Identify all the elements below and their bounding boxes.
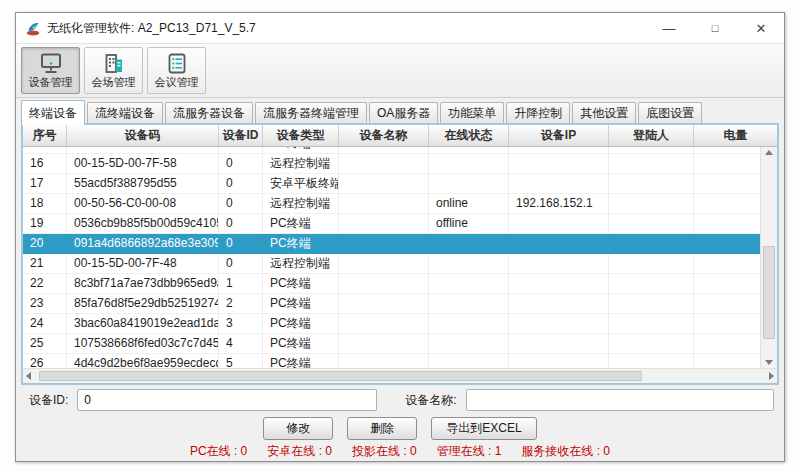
- scroll-down-icon[interactable]: [765, 360, 773, 365]
- tab-oa-server[interactable]: OA服务器: [369, 102, 438, 123]
- scroll-left-icon[interactable]: [26, 372, 31, 380]
- table-row[interactable]: 2385fa76d8f5e29db52519274431...2PC终端: [23, 294, 760, 314]
- cell-name: [339, 147, 429, 153]
- device-id-input[interactable]: [77, 389, 377, 411]
- table-row[interactable]: 1600-15-5D-00-7F-580远程控制端: [23, 154, 760, 174]
- cell-ip: [509, 154, 609, 173]
- column-header-6[interactable]: 设备IP: [509, 125, 609, 146]
- tab-terminal-device[interactable]: 终端设备: [21, 100, 85, 125]
- table-row[interactable]: 1755acd5f388795d550安卓平板终端: [23, 174, 760, 194]
- toolbar-button-device-management[interactable]: 设备管理: [21, 47, 80, 94]
- cell-id: 0: [219, 194, 263, 213]
- cell-battery: [694, 147, 760, 153]
- maximize-button[interactable]: □: [692, 13, 738, 43]
- cell-status: [429, 274, 509, 293]
- table-row[interactable]: 264d4c9d2be6f8ae959ecdecd6c0...5PC终端: [23, 354, 760, 368]
- tab-basemap-settings[interactable]: 底图设置: [638, 102, 702, 123]
- cell-user: [609, 314, 694, 333]
- cell-ip: [509, 294, 609, 313]
- action-buttons: 修改删除导出到EXCEL: [16, 415, 784, 441]
- column-header-1[interactable]: 设备码: [67, 125, 219, 146]
- cell-type: PC终端: [263, 354, 339, 368]
- toolbar-button-label: 设备管理: [29, 76, 73, 88]
- cell-user: [609, 154, 694, 173]
- cell-name: [339, 314, 429, 333]
- cell-battery: [694, 254, 760, 273]
- tab-stream-terminal-device[interactable]: 流终端设备: [87, 102, 163, 123]
- cell-code: 4d4c9d2be6f8ae959ecdecd6c0...: [67, 354, 219, 368]
- toolbar: 设备管理会场管理会议管理: [16, 43, 784, 98]
- cell-id: 1: [219, 274, 263, 293]
- cell-name: [339, 334, 429, 353]
- table-row[interactable]: 20091a4d6866892a68e3e3090885...0PC终端: [23, 234, 760, 254]
- tab-stream-server-terminal[interactable]: 流服务器终端管理: [255, 102, 367, 123]
- vertical-scrollbar-thumb[interactable]: [763, 246, 775, 339]
- cell-battery: [694, 234, 760, 253]
- table-row[interactable]: 190536cb9b85f5b00d59c410549a...0PC终端offl…: [23, 214, 760, 234]
- column-header-5[interactable]: 在线状态: [429, 125, 509, 146]
- device-id-label: 设备ID:: [29, 392, 68, 409]
- cell-type: 远程控制端: [263, 194, 339, 213]
- device-name-input[interactable]: [466, 389, 774, 411]
- tab-lift-control[interactable]: 升降控制: [506, 102, 570, 123]
- close-button[interactable]: ✕: [738, 13, 784, 43]
- scroll-right-icon[interactable]: [769, 372, 774, 380]
- cell-name: [339, 174, 429, 193]
- delete-button[interactable]: 删除: [347, 417, 417, 440]
- cell-type: PC终端: [263, 334, 339, 353]
- toolbar-button-meeting-management[interactable]: 会议管理: [147, 47, 206, 94]
- cell-id: 0: [219, 154, 263, 173]
- toolbar-button-venue-management[interactable]: 会场管理: [84, 47, 143, 94]
- status-pc-online: PC在线 : 0: [190, 443, 247, 460]
- tab-other-settings[interactable]: 其他设置: [572, 102, 636, 123]
- cell-status: [429, 234, 509, 253]
- cell-ip: [509, 214, 609, 233]
- table-row[interactable]: 2100-15-5D-00-7F-480远程控制端: [23, 254, 760, 274]
- cell-code: 00-50-56-C0-00-08: [67, 194, 219, 213]
- horizontal-scrollbar[interactable]: [23, 368, 777, 383]
- column-header-2[interactable]: 设备ID: [219, 125, 263, 146]
- table-row[interactable]: 156a76cab584757929704dd03c40...0PC终端: [23, 147, 760, 154]
- tab-stream-server-device[interactable]: 流服务器设备: [165, 102, 253, 123]
- window-title: 无纸化管理软件: A2_PC13_D71_V_5.7: [47, 20, 256, 37]
- cell-battery: [694, 214, 760, 233]
- cell-status: online: [429, 194, 509, 213]
- column-header-3[interactable]: 设备类型: [263, 125, 339, 146]
- cell-status: [429, 147, 509, 153]
- cell-type: PC终端: [263, 314, 339, 333]
- vertical-scrollbar[interactable]: [760, 147, 777, 368]
- cell-user: [609, 274, 694, 293]
- column-header-8[interactable]: 电量: [694, 125, 777, 146]
- table-row[interactable]: 1800-50-56-C0-00-080远程控制端online192.168.1…: [23, 194, 760, 214]
- cell-id: 0: [219, 174, 263, 193]
- cell-battery: [694, 314, 760, 333]
- minimize-button[interactable]: —: [646, 13, 692, 43]
- table-row[interactable]: 228c3bf71a7ae73dbb965ed9a26d...1PC终端: [23, 274, 760, 294]
- table-row[interactable]: 25107538668f6fed03c7c7d450726...4PC终端: [23, 334, 760, 354]
- scroll-up-icon[interactable]: [765, 150, 773, 155]
- export-excel-button[interactable]: 导出到EXCEL: [431, 417, 536, 440]
- cell-id: 5: [219, 354, 263, 368]
- cell-code: 55acd5f388795d55: [67, 174, 219, 193]
- device-name-label: 设备名称:: [405, 392, 456, 409]
- cell-status: [429, 174, 509, 193]
- modify-button[interactable]: 修改: [263, 417, 333, 440]
- cell-no: 17: [23, 174, 67, 193]
- cell-status: [429, 254, 509, 273]
- list-icon: [165, 53, 189, 74]
- column-header-0[interactable]: 序号: [23, 125, 67, 146]
- column-header-4[interactable]: 设备名称: [339, 125, 429, 146]
- column-header-7[interactable]: 登陆人: [609, 125, 694, 146]
- cell-type: 远程控制端: [263, 254, 339, 273]
- horizontal-scrollbar-thumb[interactable]: [39, 371, 642, 381]
- cell-ip: [509, 314, 609, 333]
- tab-function-menu[interactable]: 功能菜单: [440, 102, 504, 123]
- toolbar-button-label: 会场管理: [92, 76, 136, 88]
- table-rows-viewport: 156a76cab584757929704dd03c40...0PC终端1600…: [23, 147, 760, 368]
- cell-ip: [509, 354, 609, 368]
- cell-id: 0: [219, 214, 263, 233]
- table-row[interactable]: 243bac60a8419019e2ead1da2a80...3PC终端: [23, 314, 760, 334]
- cell-type: PC终端: [263, 234, 339, 253]
- cell-code: 85fa76d8f5e29db52519274431...: [67, 294, 219, 313]
- cell-type: 安卓平板终端: [263, 174, 339, 193]
